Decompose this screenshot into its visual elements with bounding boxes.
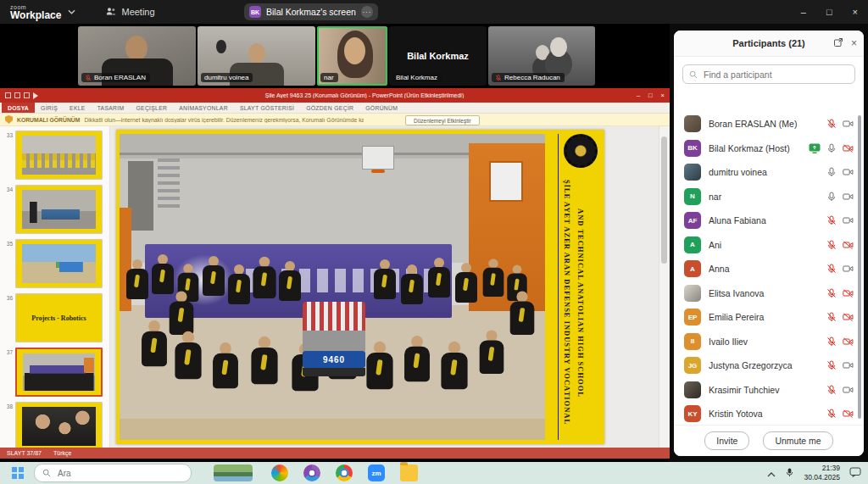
- ribbon-tab[interactable]: GÖRÜNÜM: [359, 103, 403, 113]
- participant-row[interactable]: II Ivailo Iliev: [674, 330, 864, 354]
- participant-row[interactable]: dumitru voinea: [674, 160, 864, 185]
- ribbon-tab[interactable]: GEÇİŞLER: [130, 103, 173, 113]
- slide-thumbnail-frame[interactable]: Projects - Robotics: [15, 293, 103, 342]
- copilot-icon[interactable]: [271, 465, 288, 481]
- camera-icon: [843, 337, 854, 347]
- mic-icon: [826, 312, 837, 322]
- participant-name: Emilia Pereira: [709, 312, 819, 322]
- powerpoint-statusbar: SLAYT 37/87 Türkçe: [0, 448, 670, 459]
- robot-base: [303, 368, 365, 376]
- participant-row[interactable]: BK Bilal Korkmaz (Host): [674, 136, 864, 161]
- participant-row[interactable]: A Anna: [674, 257, 864, 281]
- pp-minimize-button[interactable]: –: [637, 92, 640, 99]
- ribbon-tab[interactable]: SLAYT GÖSTERİSİ: [234, 103, 300, 113]
- chrome-icon[interactable]: [336, 465, 353, 481]
- avatar-initials: A: [690, 241, 695, 248]
- ribbon-tab[interactable]: EKLE: [64, 103, 92, 113]
- enable-editing-button[interactable]: Düzenlemeyi Etkinleştir: [405, 115, 480, 125]
- ribbon-tab[interactable]: GÖZDEN GEÇİR: [300, 103, 359, 113]
- maximize-button[interactable]: □: [826, 7, 832, 17]
- crowd-person: [480, 330, 504, 378]
- participant-avatar: [684, 285, 701, 302]
- tray-mic-icon[interactable]: [785, 465, 794, 481]
- slide-thumbnail-frame[interactable]: [15, 131, 103, 180]
- search-icon: [42, 465, 51, 481]
- browser-icon[interactable]: [303, 465, 320, 481]
- slide-thumbnail-frame[interactable]: [15, 402, 103, 448]
- participant-row[interactable]: JG Justyna Grzegorzyca: [674, 353, 864, 378]
- taskbar-search-input[interactable]: [56, 468, 183, 479]
- unmute-me-button[interactable]: Unmute me: [763, 431, 832, 450]
- slide-thumbnail[interactable]: 37: [3, 348, 109, 397]
- zoom-app-icon[interactable]: zm: [368, 465, 385, 481]
- undo-icon[interactable]: [24, 92, 30, 98]
- notifications-icon[interactable]: [849, 465, 861, 481]
- zoom-meeting-window: zoom Workplace Meeting BK Bilal Korkmaz'…: [0, 0, 868, 484]
- language-indicator[interactable]: Türkçe: [53, 450, 71, 456]
- taskbar-search[interactable]: [34, 464, 192, 482]
- more-options-icon[interactable]: ···: [361, 6, 373, 18]
- slide-thumbnail-frame[interactable]: [15, 185, 103, 234]
- ribbon-tab[interactable]: ANİMASYONLAR: [173, 103, 234, 113]
- avatar-initials: N: [690, 192, 695, 200]
- video-tile[interactable]: Rebecca Raducan: [488, 26, 595, 86]
- start-icon[interactable]: [12, 467, 24, 479]
- video-tile[interactable]: dumitru voinea: [198, 26, 315, 86]
- participant-row[interactable]: A Ani: [674, 233, 864, 258]
- participant-row[interactable]: KY Kristin Yotova: [674, 402, 864, 426]
- slide-thumbnail[interactable]: 35: [3, 239, 109, 288]
- search-input[interactable]: [702, 69, 849, 81]
- video-tile[interactable]: Boran ERASLAN: [78, 26, 196, 86]
- slide-thumbnail[interactable]: 36 Projects - Robotics: [3, 293, 109, 342]
- participant-name: Ani: [709, 240, 819, 250]
- mic-icon: [826, 337, 837, 347]
- slide-thumbnail-frame[interactable]: [15, 348, 103, 397]
- slideshow-icon[interactable]: [33, 92, 38, 99]
- minimize-button[interactable]: –: [801, 7, 806, 17]
- video-tile[interactable]: nar: [317, 26, 387, 86]
- slide-divider-line: [558, 134, 559, 440]
- participant-row[interactable]: Elitsa Ivanova: [674, 281, 864, 306]
- popout-icon[interactable]: [833, 36, 843, 51]
- avatar-initials: JG: [688, 362, 698, 370]
- file-explorer-icon[interactable]: [400, 465, 418, 481]
- ribbon-tab[interactable]: GİRİŞ: [35, 103, 64, 113]
- participant-name: dumitru voinea: [709, 167, 819, 177]
- participant-search[interactable]: [682, 64, 855, 84]
- pp-maximize-button[interactable]: □: [648, 92, 653, 99]
- close-panel-icon[interactable]: ×: [851, 37, 857, 49]
- chevron-down-icon[interactable]: [68, 9, 75, 14]
- mic-icon: [826, 409, 837, 419]
- tab-shared-screen[interactable]: BK Bilal Korkmaz's screen ···: [244, 3, 378, 20]
- participant-row[interactable]: EP Emilia Pereira: [674, 305, 864, 330]
- invite-button[interactable]: Invite: [704, 431, 749, 450]
- video-tile[interactable]: Bilal Korkmaz Bilal Korkmaz: [389, 26, 487, 86]
- competition-robot: 9460: [303, 302, 365, 383]
- close-button[interactable]: ×: [853, 7, 858, 17]
- video-tile-label: Boran ERASLAN: [81, 73, 150, 82]
- slide-thumbnail-frame[interactable]: [15, 239, 103, 288]
- participant-avatar: N: [684, 188, 701, 205]
- participant-row[interactable]: N nar: [674, 185, 864, 209]
- participant-row[interactable]: AF Aluna Fabiana: [674, 209, 864, 233]
- ribbon-tab[interactable]: DOSYA: [2, 103, 35, 113]
- participant-row[interactable]: Boran ERASLAN (Me): [674, 112, 864, 136]
- canvas-scrollbar-thumb[interactable]: [661, 136, 667, 264]
- save-icon[interactable]: [14, 92, 20, 98]
- participant-row[interactable]: Krasimir Tuhchiev: [674, 378, 864, 403]
- slide-thumbnail-image: [22, 244, 96, 283]
- slide-thumbnail[interactable]: 34: [3, 185, 109, 234]
- participants-scrollbar[interactable]: [858, 115, 861, 419]
- chevron-up-icon[interactable]: [767, 465, 776, 481]
- slide-thumbnail[interactable]: 33: [3, 131, 109, 180]
- avatar-initials: AF: [688, 217, 698, 225]
- tab-meeting[interactable]: Meeting: [106, 7, 154, 18]
- canvas-scrollbar[interactable]: [659, 126, 670, 448]
- widgets-icon[interactable]: [214, 465, 253, 481]
- pp-close-button[interactable]: ×: [661, 92, 665, 99]
- ribbon-tab[interactable]: TASARIM: [92, 103, 131, 113]
- quick-access-toolbar[interactable]: [5, 92, 38, 99]
- school-emblem: [564, 134, 598, 168]
- tray-clock[interactable]: 21:39 30.04.2025: [804, 464, 840, 481]
- slide-thumbnail[interactable]: 38: [3, 402, 109, 448]
